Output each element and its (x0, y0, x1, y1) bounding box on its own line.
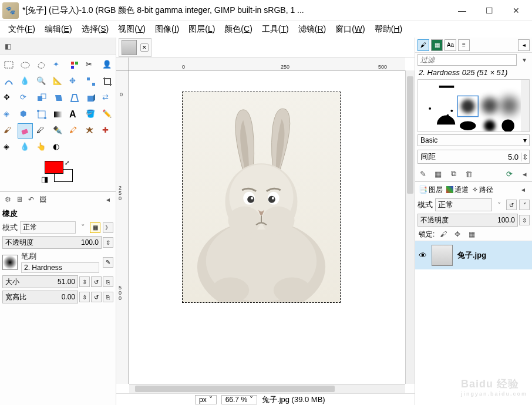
ratio-reset-icon[interactable]: ↺ (91, 292, 102, 302)
zoom-select[interactable]: 66.7 % ˅ (221, 395, 257, 404)
menu-选择[interactable]: 选择(S) (77, 23, 114, 36)
brush-new-icon[interactable]: ▦ (433, 168, 443, 179)
scrollbar-vertical[interactable] (405, 70, 415, 384)
ratio-slider[interactable]: 宽高比 0.00 (2, 291, 78, 303)
text-tool[interactable]: A (67, 107, 82, 122)
menu-文件[interactable]: 文件(F) (4, 23, 40, 36)
image-tab[interactable]: ✕ (119, 38, 151, 57)
bucket-fill-tool[interactable]: 🪣 (83, 107, 99, 122)
ruler-horizontal[interactable]: 0 250 500 (129, 58, 405, 70)
ink-tool[interactable]: ✒️ (50, 123, 66, 139)
mypaint-brush-tool[interactable]: 🖍 (67, 123, 82, 139)
smudge-tool[interactable]: 👆 (34, 140, 49, 155)
device-status-tab-icon[interactable]: 🖥 (14, 194, 25, 205)
canvas[interactable] (129, 70, 405, 384)
spacing-slider[interactable]: 间距 5.0 ⇳ (417, 150, 530, 164)
layer-name[interactable]: 兔子.jpg (457, 250, 486, 261)
layer-mode-select[interactable]: 正常 (435, 198, 492, 211)
free-select-tool[interactable] (34, 58, 49, 73)
perspective-tool[interactable] (67, 90, 82, 106)
scissors-tool[interactable]: ✂ (83, 58, 99, 73)
menu-视图[interactable]: 视图(V) (113, 23, 150, 36)
gradient-tool[interactable] (50, 107, 66, 122)
brush-refresh-icon[interactable]: ⟳ (504, 168, 514, 179)
filter-menu-icon[interactable]: ▾ (519, 55, 530, 65)
menu-帮助[interactable]: 帮助(H) (370, 23, 407, 36)
dodge-burn-tool[interactable]: ◐ (50, 140, 66, 155)
mode-extra-icon[interactable]: 》 (103, 222, 113, 233)
scrollbar-horizontal[interactable] (129, 384, 405, 393)
handle-transform-tool[interactable] (34, 107, 49, 122)
undo-history-tab-icon[interactable]: ↶ (26, 194, 36, 205)
close-button[interactable]: ✕ (503, 1, 530, 20)
warp-tool[interactable]: ⬢ (18, 107, 33, 122)
measure-tool[interactable]: 📐 (50, 74, 66, 89)
size-link-icon[interactable]: ⎘ (103, 276, 113, 287)
brush-grid-scrollbar[interactable] (521, 80, 529, 131)
scale-tool[interactable] (34, 90, 49, 106)
paths-tool[interactable] (1, 74, 16, 89)
lock-pixels-icon[interactable]: 🖌 (438, 229, 449, 239)
zoom-tool[interactable]: 🔍 (34, 74, 49, 89)
fonts-tab[interactable]: Aa (445, 39, 456, 51)
paintbrush-tool[interactable]: 🖌 (1, 123, 16, 139)
ruler-corner[interactable] (116, 58, 129, 70)
color-picker-tool[interactable]: 💧 (18, 74, 33, 89)
default-colors-icon[interactable]: ◨ (41, 175, 49, 183)
brush-delete-icon[interactable]: 🗑 (463, 168, 474, 179)
cage-tool[interactable]: ◈ (1, 107, 16, 122)
rect-select-tool[interactable] (1, 58, 16, 73)
mode-reset-icon[interactable]: ▦ (90, 222, 100, 233)
history-tab[interactable]: ≡ (458, 39, 470, 51)
fuzzy-select-tool[interactable]: ✦ (50, 58, 66, 73)
paths-tab[interactable]: ✧ 路径 (472, 184, 493, 195)
filter-input[interactable] (417, 54, 517, 66)
by-color-select-tool[interactable] (67, 58, 82, 73)
menu-图层[interactable]: 图层(L) (184, 23, 220, 36)
mode-select[interactable]: 正常 (20, 221, 76, 234)
ellipse-select-tool[interactable] (18, 58, 33, 73)
airbrush-tool[interactable]: 🖊 (34, 123, 49, 139)
ratio-up-down-icon[interactable]: ⇳ (79, 292, 90, 302)
brushes-tab[interactable]: 🖌 (417, 39, 429, 51)
menu-窗口[interactable]: 窗口(W) (331, 23, 370, 36)
images-tab-icon[interactable]: 🖼 (38, 194, 48, 205)
chevron-down-icon[interactable]: ˅ (78, 223, 87, 232)
foreground-color[interactable] (45, 161, 63, 174)
move-tool[interactable]: ✥ (67, 74, 82, 89)
menu-图像[interactable]: 图像(I) (150, 23, 184, 36)
channels-tab[interactable]: 通道 (446, 184, 469, 195)
size-reset-icon[interactable]: ↺ (91, 276, 102, 287)
lock-position-icon[interactable]: ✥ (452, 229, 463, 239)
ratio-link-icon[interactable]: ⎘ (103, 292, 113, 302)
brush-preview-icon[interactable] (2, 255, 18, 270)
layer-opacity-slider[interactable]: 不透明度 100.0 (417, 214, 518, 227)
brush-duplicate-icon[interactable]: ⧉ (448, 168, 459, 179)
blur-sharpen-tool[interactable]: 💧 (18, 140, 33, 155)
flip-tool[interactable]: ⇄ (100, 90, 115, 106)
brush-menu-icon[interactable]: ◂ (519, 168, 530, 179)
3d-transform-tool[interactable] (83, 90, 99, 106)
opacity-slider[interactable]: 不透明度 100.0 (2, 236, 102, 249)
swap-colors-icon[interactable]: ⤢ (65, 160, 69, 166)
layer-mode-reset-icon[interactable]: ↺ (506, 200, 517, 210)
configure-tab-icon[interactable]: ◂ (103, 194, 113, 205)
menu-编辑[interactable]: 编辑(E) (40, 23, 77, 36)
layer-item[interactable]: 👁 兔子.jpg (415, 241, 532, 269)
layers-tab[interactable]: 📑 图层 (419, 184, 443, 195)
eraser-tool[interactable] (18, 123, 33, 139)
brush-edit-icon[interactable]: ✎ (417, 168, 428, 179)
clone-tool[interactable]: 🟊 (83, 123, 99, 139)
patterns-tab[interactable]: ▦ (431, 39, 443, 51)
unit-select[interactable]: px ˅ (195, 395, 217, 404)
opacity-up-down-icon[interactable]: ⇳ (103, 237, 113, 248)
shear-tool[interactable] (50, 90, 66, 106)
rotate-tool[interactable]: ⟳ (18, 90, 33, 106)
size-up-down-icon[interactable]: ⇳ (79, 276, 90, 287)
size-slider[interactable]: 大小 51.00 (2, 275, 78, 288)
maximize-button[interactable]: ☐ (476, 1, 503, 20)
tool-options-tab-icon[interactable]: ⚙ (2, 194, 13, 205)
layer-opacity-spinner-icon[interactable]: ⇳ (519, 215, 530, 225)
ruler-vertical[interactable]: 0 2 5 0 5 0 0 (116, 70, 129, 384)
brush-grid[interactable] (417, 79, 530, 132)
